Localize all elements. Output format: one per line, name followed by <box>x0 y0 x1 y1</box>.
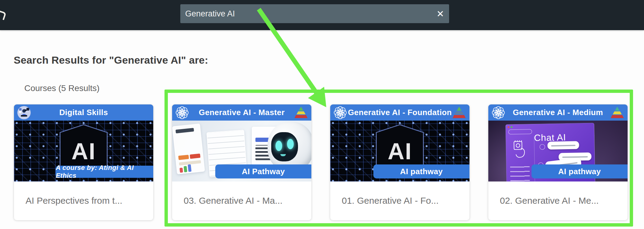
app-header: ✕ <box>0 0 644 30</box>
course-author-ribbon: A course by: Atingi & AI Ethics <box>56 166 153 178</box>
courses-count-label: Courses (5 Results) <box>24 83 99 93</box>
close-icon: ✕ <box>436 9 444 19</box>
circuit-board-image: AI A course by: Atingi & AI Ethics <box>14 121 153 181</box>
banner-title: Digital Skills <box>14 104 153 121</box>
ribbon-text: A course by: Atingi & AI Ethics <box>56 164 153 180</box>
logo-partial-icon <box>0 10 6 20</box>
ai-chip-label: AI <box>71 138 96 164</box>
annotation-highlight-box <box>164 90 633 227</box>
course-thumbnail: Digital Skills AI A course by: Atingi & … <box>14 104 153 181</box>
search-results-page: ✕ Search Results for "Generative AI" are… <box>0 0 644 229</box>
course-card-ai-perspectives[interactable]: Digital Skills AI A course by: Atingi & … <box>14 104 154 220</box>
clear-search-button[interactable]: ✕ <box>432 4 449 23</box>
card-banner: Digital Skills <box>14 104 153 121</box>
search-input[interactable] <box>180 4 449 23</box>
course-title: AI Perspectives from t... <box>14 181 153 220</box>
digital-skills-illustration-icon <box>17 106 31 120</box>
search-results-heading: Search Results for "Generative AI" are: <box>14 54 208 66</box>
